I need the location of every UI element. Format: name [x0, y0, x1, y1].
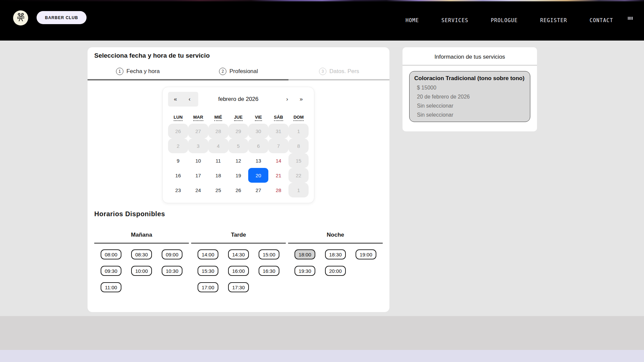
- steps-progress-todo: [288, 79, 389, 80]
- time-slot-button[interactable]: 11:00: [101, 282, 121, 292]
- time-slot-button[interactable]: 10:30: [162, 266, 182, 276]
- calendar-day[interactable]: 26: [228, 183, 249, 197]
- calendar-week-row: 2345678: [168, 138, 309, 153]
- calendar-day[interactable]: 10: [188, 153, 208, 168]
- calendar-day[interactable]: 9: [168, 153, 188, 168]
- calendar-first-month-button[interactable]: «: [170, 92, 181, 107]
- calendar-day[interactable]: 24: [188, 183, 208, 197]
- time-slot-button[interactable]: 18:30: [325, 249, 346, 259]
- calendar-day[interactable]: 12: [228, 153, 249, 168]
- time-slot-button[interactable]: 09:00: [162, 249, 182, 259]
- time-slot-button[interactable]: 08:30: [131, 249, 152, 259]
- calendar-weekdays: LUNMARMIÉJUEVIESÁBDOM: [168, 115, 309, 120]
- calendar-day[interactable]: 30: [248, 124, 268, 138]
- step-number: 1: [116, 68, 123, 75]
- calendar-day[interactable]: 16: [168, 168, 188, 183]
- calendar-day[interactable]: 14: [268, 153, 288, 168]
- calendar-day[interactable]: 3: [188, 138, 208, 153]
- slot-chips: 18:0018:3019:0019:3020:00: [288, 249, 383, 276]
- calendar-day[interactable]: 28: [268, 183, 288, 197]
- time-slot-button[interactable]: 08:00: [101, 249, 121, 259]
- time-slot-button[interactable]: 17:00: [198, 282, 218, 292]
- brand-logo[interactable]: [13, 10, 28, 25]
- time-slot-button[interactable]: 19:00: [356, 249, 376, 259]
- calendar-day[interactable]: 22: [288, 168, 309, 183]
- step[interactable]: 1 Fecha y hora: [116, 65, 160, 78]
- steps-progress-done: [88, 79, 288, 80]
- brand-pill-button[interactable]: BARBER CLUB: [37, 11, 87, 24]
- calendar-day[interactable]: 31: [268, 124, 288, 138]
- calendar-day[interactable]: 25: [208, 183, 228, 197]
- calendar-weekday: MAR: [188, 115, 208, 120]
- nav-item[interactable]: CONTACT: [590, 17, 613, 23]
- calendar-week-row: 9101112131415: [168, 153, 309, 168]
- calendar-prev-month-button[interactable]: ‹: [184, 92, 195, 107]
- calendar-day[interactable]: 2: [168, 138, 188, 153]
- calendar-day[interactable]: 17: [188, 168, 208, 183]
- step[interactable]: 3 Datos. Pers: [319, 65, 359, 78]
- nav-item[interactable]: HOME: [406, 17, 419, 23]
- nav-item[interactable]: REGISTER: [540, 17, 567, 23]
- top-header: BARBER CLUB HOMESERVICESPROLOGUEREGISTER…: [0, 0, 644, 41]
- calendar-day[interactable]: 13: [248, 153, 268, 168]
- time-slot-button[interactable]: 15:00: [259, 249, 279, 259]
- calendar-weekday: MIÉ: [208, 115, 228, 120]
- calendar-day[interactable]: 7: [268, 138, 288, 153]
- calendar-day[interactable]: 6: [248, 138, 268, 153]
- calendar-day[interactable]: 18: [208, 168, 228, 183]
- calendar-next-month-button[interactable]: ›: [282, 92, 292, 107]
- calendar-day[interactable]: 23: [168, 183, 188, 197]
- calendar-day[interactable]: 1: [288, 124, 309, 138]
- calendar-weekday: LUN: [168, 115, 188, 120]
- time-slot-button[interactable]: 09:30: [101, 266, 121, 276]
- calendar-day[interactable]: 26: [168, 124, 188, 138]
- calendar-day[interactable]: 4: [208, 138, 228, 153]
- time-slot-button[interactable]: 17:30: [228, 282, 249, 292]
- calendar-day[interactable]: 5: [228, 138, 249, 153]
- calendar-day[interactable]: 21: [268, 168, 288, 183]
- calendar-day[interactable]: 11: [208, 153, 228, 168]
- calendar-day[interactable]: 15: [288, 153, 309, 168]
- bottom-strip: [0, 350, 644, 362]
- brand-label: BARBER CLUB: [45, 15, 78, 20]
- calendar-day[interactable]: 27: [248, 183, 268, 197]
- time-slot-button[interactable]: 18:00: [294, 249, 315, 259]
- time-slot-button[interactable]: 19:30: [294, 266, 315, 276]
- slots-title: Horarios Disponibles: [94, 210, 165, 218]
- step[interactable]: 2 Profesional: [219, 65, 258, 78]
- booking-card: Selecciona fecha y hora de tu servicio 1…: [88, 47, 389, 312]
- booking-steps: 1 Fecha y hora 2 Profesional 3 Datos. Pe…: [88, 65, 389, 78]
- time-slot-button[interactable]: 20:00: [325, 266, 346, 276]
- calendar-day[interactable]: 29: [228, 124, 249, 138]
- time-slot-button[interactable]: 10:00: [131, 266, 152, 276]
- summary-divider: [402, 65, 537, 65]
- steps-progress-bar: [88, 79, 389, 80]
- slot-group-label: Noche: [288, 232, 383, 244]
- time-slot-button[interactable]: 14:00: [198, 249, 218, 259]
- footer-band: Pagina desarrollada por Zekcode.net Agen…: [0, 316, 644, 350]
- slot-group-label: Mañana: [94, 232, 189, 244]
- calendar-day[interactable]: 27: [188, 124, 208, 138]
- calendar-weekday: SÁB: [268, 115, 288, 120]
- calendar-day[interactable]: 28: [208, 124, 228, 138]
- step-number: 2: [219, 68, 226, 75]
- nav-item[interactable]: SERVICES: [441, 17, 468, 23]
- calendar-last-month-button[interactable]: »: [296, 92, 307, 107]
- calendar-day[interactable]: 1: [288, 183, 309, 197]
- service-time: Sin seleccionar: [417, 112, 525, 118]
- calendar-week-row: 2627282930311: [168, 124, 309, 138]
- nav-item[interactable]: PROLOGUE: [491, 17, 518, 23]
- time-slot-button[interactable]: 16:00: [228, 266, 249, 276]
- time-slot-button[interactable]: 15:30: [198, 266, 218, 276]
- calendar-day[interactable]: 8: [288, 138, 309, 153]
- calendar-day[interactable]: 19: [228, 168, 249, 183]
- time-slot-button[interactable]: 16:30: [259, 266, 279, 276]
- more-menu-icon[interactable]: [628, 16, 633, 20]
- main-nav: HOMESERVICESPROLOGUEREGISTERCONTACT: [406, 0, 613, 41]
- service-box[interactable]: Coloracion Tradicional (tono sobre tono)…: [409, 71, 530, 122]
- time-slot-button[interactable]: 14:30: [228, 249, 249, 259]
- calendar-week-row: 16171819202122: [168, 168, 309, 183]
- step-label: Fecha y hora: [126, 68, 160, 75]
- calendar-day[interactable]: 20: [248, 168, 268, 183]
- slot-group: Tarde 14:0014:3015:0015:3016:0016:3017:0…: [191, 232, 286, 292]
